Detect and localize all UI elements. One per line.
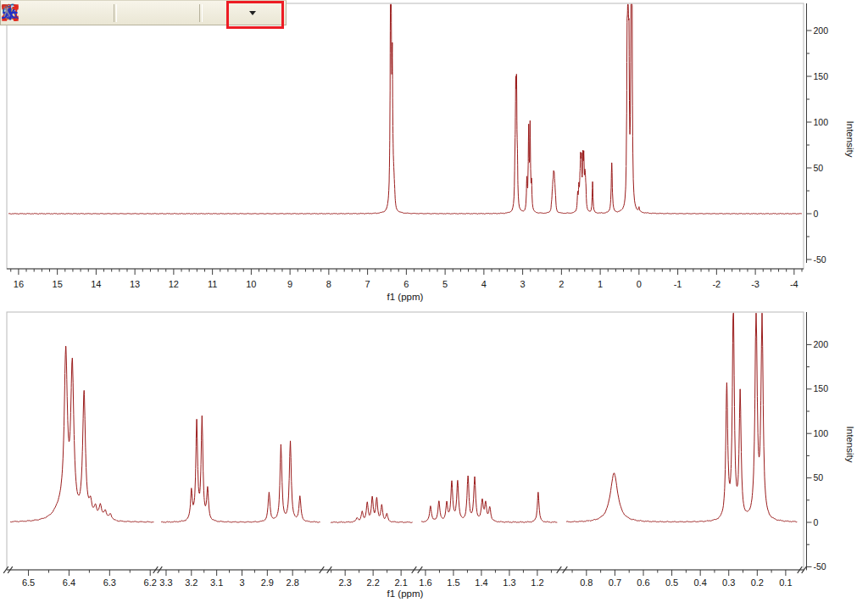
- bottom-x-axis-title: f1 (ppm): [387, 588, 424, 599]
- dropdown-caret-icon[interactable]: [249, 11, 256, 15]
- toolbar: [0, 0, 287, 25]
- svg-text:5: 5: [442, 279, 448, 289]
- svg-text:50: 50: [814, 163, 824, 173]
- svg-text:200: 200: [814, 339, 829, 349]
- svg-text:4: 4: [481, 279, 487, 289]
- svg-text:9: 9: [287, 279, 292, 289]
- svg-text:0.8: 0.8: [580, 577, 593, 588]
- svg-text:3: 3: [239, 577, 244, 588]
- svg-text:0: 0: [637, 279, 642, 289]
- svg-text:0.5: 0.5: [665, 577, 678, 588]
- svg-text:150: 150: [814, 71, 829, 81]
- cut-tool-button[interactable]: [232, 2, 270, 24]
- pan-button[interactable]: [86, 2, 108, 24]
- expanded-spectrum-plot[interactable]: 6.56.46.36.23.33.23.132.92.82.32.22.11.6…: [0, 305, 868, 608]
- manual-integration-button[interactable]: [122, 2, 145, 24]
- svg-text:-50: -50: [814, 254, 826, 265]
- svg-text:6.5: 6.5: [22, 577, 35, 588]
- svg-text:2.2: 2.2: [367, 577, 380, 588]
- peak-picking-add-button[interactable]: [147, 2, 170, 24]
- svg-text:3.2: 3.2: [185, 577, 198, 588]
- svg-text:0.3: 0.3: [722, 577, 735, 588]
- svg-text:1.2: 1.2: [531, 577, 543, 588]
- svg-text:7: 7: [365, 279, 370, 289]
- svg-text:15: 15: [53, 279, 63, 289]
- interactive-zoom-button[interactable]: [36, 2, 59, 24]
- svg-text:0.7: 0.7: [609, 577, 621, 588]
- svg-text:6.4: 6.4: [63, 577, 75, 588]
- svg-text:1.5: 1.5: [447, 577, 459, 588]
- svg-text:150: 150: [814, 383, 829, 393]
- svg-text:3.3: 3.3: [159, 577, 172, 588]
- svg-text:11: 11: [208, 279, 217, 289]
- svg-text:6.2: 6.2: [144, 577, 157, 588]
- svg-text:10: 10: [246, 279, 256, 289]
- toolbar-separator: [114, 4, 117, 22]
- svg-text:6: 6: [403, 279, 409, 289]
- svg-text:13: 13: [130, 279, 140, 289]
- svg-text:2.9: 2.9: [261, 577, 274, 588]
- svg-text:100: 100: [814, 428, 829, 438]
- svg-text:1.4: 1.4: [475, 577, 487, 588]
- svg-text:3: 3: [520, 279, 526, 289]
- svg-text:2.3: 2.3: [339, 577, 352, 588]
- svg-text:50: 50: [814, 472, 824, 482]
- workspace: 161514131211109876543210-1-2-3-420015010…: [0, 0, 868, 608]
- svg-text:0.4: 0.4: [694, 577, 707, 588]
- svg-text:3.1: 3.1: [210, 577, 223, 588]
- svg-text:8: 8: [326, 279, 331, 289]
- svg-text:2: 2: [559, 279, 564, 289]
- svg-text:-3: -3: [751, 279, 760, 289]
- svg-text:1.6: 1.6: [419, 577, 431, 588]
- svg-text:-50: -50: [814, 561, 826, 572]
- full-spectrum-plot[interactable]: 161514131211109876543210-1-2-3-420015010…: [0, 0, 868, 305]
- crosshair-button[interactable]: [208, 2, 231, 24]
- svg-text:-4: -4: [790, 279, 798, 289]
- svg-text:0.2: 0.2: [751, 577, 764, 588]
- svg-text:-1: -1: [674, 279, 682, 289]
- svg-text:100: 100: [814, 117, 829, 127]
- svg-text:1.3: 1.3: [503, 577, 515, 588]
- scissors-peak-icon: [1, 3, 19, 22]
- svg-text:14: 14: [91, 279, 101, 289]
- svg-text:2.8: 2.8: [287, 577, 299, 588]
- svg-text:-2: -2: [712, 279, 721, 289]
- svg-text:0.6: 0.6: [637, 577, 649, 588]
- svg-text:1: 1: [598, 279, 603, 289]
- toolbar-separator: [199, 4, 203, 22]
- svg-text:200: 200: [814, 25, 829, 36]
- svg-text:0.1: 0.1: [779, 577, 792, 588]
- svg-text:12: 12: [169, 279, 179, 289]
- svg-text:0: 0: [814, 209, 819, 219]
- top-x-axis-title: f1 (ppm): [387, 292, 424, 302]
- svg-text:6.3: 6.3: [103, 577, 116, 588]
- svg-text:0: 0: [814, 517, 819, 527]
- svg-text:2.1: 2.1: [394, 577, 407, 588]
- svg-text:16: 16: [14, 279, 24, 289]
- full-view-button[interactable]: [61, 2, 84, 24]
- peak-picking-delete-button[interactable]: [171, 2, 194, 24]
